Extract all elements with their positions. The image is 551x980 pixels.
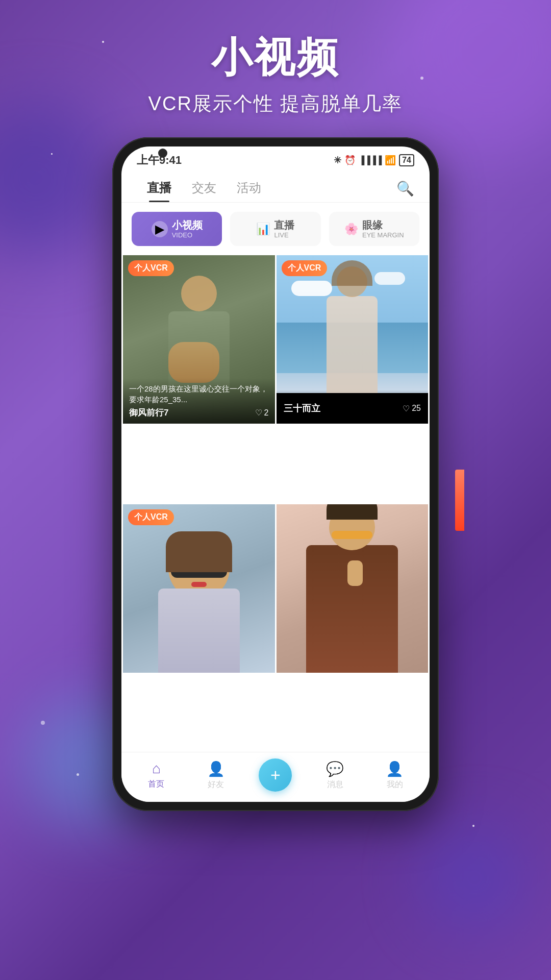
message-icon: 💬	[326, 761, 344, 777]
video-item-1[interactable]: 个人VCR 一个28的男孩在这里诚心交往一个对象，要求年龄25_35... 御风…	[123, 255, 275, 424]
tab-live[interactable]: 直播	[137, 175, 182, 202]
video-item-4[interactable]	[277, 504, 429, 673]
page-subtitle: VCR展示个性 提高脱单几率	[0, 91, 551, 117]
bottom-nav: ⌂ 首页 👤 好友 + 💬 消息	[121, 752, 430, 802]
video-meta-1: 御风前行7 ♡ 2	[129, 407, 269, 419]
nav-tabs: 直播 交友 活动 🔍	[121, 172, 430, 203]
nav-item-friends[interactable]: 👤 好友	[186, 761, 246, 790]
nav-label-friends: 好友	[208, 779, 224, 790]
bg-decoration-4	[423, 827, 525, 929]
home-icon: ⌂	[152, 761, 161, 777]
video-likes-2: ♡ 25	[403, 404, 421, 413]
video-username-2: 三十而立	[284, 402, 320, 414]
video-item-3[interactable]: 个人VCR	[123, 504, 275, 673]
phone-screen: 上午9:41 ✳ ⏰ ▐▐▐▐ 📶 74 直播 交友	[121, 146, 430, 802]
video-grid: 个人VCR 一个28的男孩在这里诚心交往一个对象，要求年龄25_35... 御风…	[121, 255, 430, 752]
tab-friends[interactable]: 交友	[182, 175, 227, 202]
battery-level: 74	[399, 154, 414, 166]
live-chip-icon: 📊	[256, 223, 270, 236]
wifi-icon: 📶	[385, 155, 396, 166]
nav-label-message: 消息	[327, 779, 343, 790]
status-icons: ✳ ⏰ ▐▐▐▐ 📶 74	[334, 154, 414, 166]
vcr-badge-2: 个人VCR	[282, 260, 328, 276]
chip-eye-margin[interactable]: 🌸 眼缘 EYE MARGIN	[329, 212, 419, 246]
vcr-badge-3: 个人VCR	[128, 509, 174, 525]
bluetooth-icon: ✳	[334, 155, 341, 166]
nav-label-profile: 我的	[387, 779, 403, 790]
nav-item-add[interactable]: +	[246, 758, 306, 792]
nav-item-home[interactable]: ⌂ 首页	[127, 761, 186, 790]
video-desc-1: 一个28的男孩在这里诚心交往一个对象，要求年龄25_35...	[129, 383, 269, 405]
video-info-1: 一个28的男孩在这里诚心交往一个对象，要求年龄25_35... 御风前行7 ♡ …	[123, 378, 275, 424]
eye-margin-chip-icon: 🌸	[344, 223, 358, 236]
nav-item-message[interactable]: 💬 消息	[305, 761, 365, 790]
nav-item-profile[interactable]: 👤 我的	[365, 761, 424, 790]
video-chip-icon: ▶	[152, 221, 168, 237]
tab-activities[interactable]: 活动	[227, 175, 271, 202]
camera-dot	[158, 149, 167, 158]
profile-icon: 👤	[386, 761, 404, 777]
video-item-2[interactable]: 个人VCR 三十而立 ♡ 25	[277, 255, 429, 424]
signal-icon: ▐▐▐▐	[359, 156, 382, 165]
star	[472, 825, 474, 827]
status-bar: 上午9:41 ✳ ⏰ ▐▐▐▐ 📶 74	[121, 146, 430, 172]
nav-label-home: 首页	[148, 779, 164, 790]
vcr-badge-1: 个人VCR	[128, 260, 174, 276]
alarm-icon: ⏰	[344, 155, 356, 166]
add-button[interactable]: +	[259, 758, 292, 792]
phone-mockup: 上午9:41 ✳ ⏰ ▐▐▐▐ 📶 74 直播 交友	[0, 137, 551, 811]
page-title: 小视频	[0, 31, 551, 86]
header-area: 小视频 VCR展示个性 提高脱单几率	[0, 0, 551, 117]
chip-live[interactable]: 📊 直播 LIVE	[230, 212, 320, 246]
heart-icon-2: ♡	[403, 404, 410, 413]
search-icon[interactable]: 🔍	[396, 180, 414, 197]
video-likes-1: ♡ 2	[255, 408, 269, 418]
video-username-1: 御风前行7	[129, 407, 168, 419]
friends-icon: 👤	[207, 761, 225, 777]
chip-video[interactable]: ▶ 小视频 VIDEO	[132, 212, 222, 246]
heart-icon-1: ♡	[255, 408, 262, 418]
phone-frame: 上午9:41 ✳ ⏰ ▐▐▐▐ 📶 74 直播 交友	[112, 137, 439, 811]
category-chips: ▶ 小视频 VIDEO 📊 直播 LIVE �	[121, 203, 430, 255]
side-tag	[455, 470, 464, 531]
